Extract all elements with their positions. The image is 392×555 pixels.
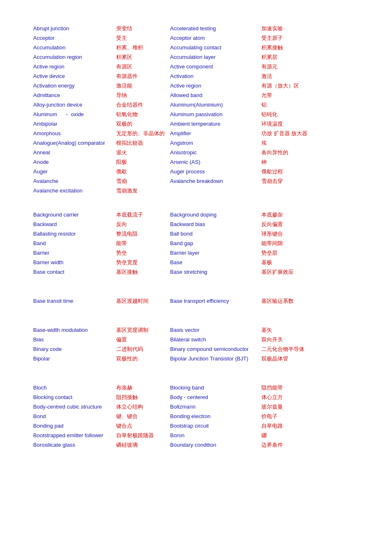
chinese-term-1: 势垒: [116, 249, 170, 257]
chinese-term-1: 基区接触: [116, 268, 170, 276]
chinese-term-2: 球形键合: [261, 230, 328, 238]
chinese-term-1: 突变结: [116, 25, 170, 32]
chinese-term-2: 环境温度: [261, 120, 328, 128]
chinese-term-1: 双极性的: [116, 355, 170, 363]
english-term-1: Acceptor: [33, 35, 116, 41]
english-term-2: Boltzmann: [170, 404, 261, 410]
chinese-term-1: 合金结器件: [116, 101, 170, 109]
chinese-term-1: 反向: [116, 221, 170, 228]
chinese-term-1: 整流电阻: [116, 230, 170, 238]
table-row: Analogue(Analog) comparator模拟比较器Angstrom…: [33, 139, 359, 148]
english-term-1: Backward: [33, 221, 116, 227]
chinese-term-2: 本底掺杂: [261, 211, 328, 219]
english-term-2: Band gap: [170, 240, 261, 246]
chinese-term-2: 各向异性的: [261, 149, 328, 156]
chinese-term-1: 基区渡越时间: [116, 297, 170, 305]
table-row: Body-centred cubic structure体立心结构Boltzma…: [33, 403, 359, 412]
chinese-term-2: 反向偏置: [261, 221, 328, 228]
english-term-1: Accumulation: [33, 44, 116, 51]
chinese-term-2: 硼: [261, 432, 328, 439]
chinese-term-2: 玻尔兹曼: [261, 403, 328, 411]
chinese-term-2: 体心立方: [261, 394, 328, 401]
english-term-1: Base-width modulation: [33, 327, 116, 333]
section-B4: Bloch布洛赫Blocking band阻挡能带Blocking contac…: [33, 384, 359, 450]
chinese-term-1: 无定形的、非晶体的: [116, 130, 170, 137]
english-term-2: Active component: [170, 63, 261, 70]
english-term-2: Base stretching: [170, 269, 261, 275]
table-row: Active region有源区Active component有源元: [33, 63, 359, 72]
english-term-1: Body-centred cubic structure: [33, 404, 116, 410]
english-term-2: Body - centered: [170, 394, 261, 400]
english-term-1: Admittance: [33, 92, 116, 98]
english-term-1: Borosilicate glass: [33, 442, 116, 448]
chinese-term-2: 边界条件: [261, 441, 328, 449]
chinese-term-1: 键、键合: [116, 413, 170, 420]
chinese-term-2: 价电子: [261, 413, 328, 420]
chinese-term-2: 有源元: [261, 63, 328, 71]
english-term-1: Base contact: [33, 269, 116, 275]
english-term-1: Alloy-junction device: [33, 102, 116, 108]
english-term-1: Bloch: [33, 385, 116, 391]
chinese-term-2: 基区扩展效应: [261, 268, 328, 276]
section-B3: Base-width modulation基区宽度调制Basis vector基…: [33, 326, 359, 364]
table-row: Accumulation积累、堆积Accumulating contact积累接…: [33, 44, 359, 53]
english-term-1: Background carrier: [33, 212, 116, 218]
section-B1: Background carrier本底载流子Background doping…: [33, 211, 359, 278]
english-term-1: Activation energy: [33, 83, 116, 89]
chinese-term-2: 能带间隙: [261, 240, 328, 247]
table-row: Activation energy激活能Active region有源（放大）区: [33, 82, 359, 91]
english-term-2: Backward bias: [170, 221, 261, 227]
chinese-term-2: 雪崩击穿: [261, 178, 328, 185]
chinese-term-1: 积累区: [116, 54, 170, 61]
chinese-term-1: 势垒宽度: [116, 259, 170, 266]
table-row: Anneal退火Anisotropic各向异性的: [33, 149, 359, 158]
table-row: Acceptor受主Acceptor atom受主原子: [33, 34, 359, 44]
chinese-term-2: 基极: [261, 259, 328, 266]
rows-group-B2: Base transit time基区渡越时间Base transport ef…: [33, 297, 359, 307]
chinese-term-1: 雪崩: [116, 178, 170, 185]
chinese-term-1: 本底载流子: [116, 211, 170, 219]
english-term-1: Aluminum － oxide: [33, 111, 116, 118]
english-term-2: Activation: [170, 73, 261, 79]
english-term-2: Accelerated testing: [170, 25, 261, 32]
english-term-1: Bond: [33, 413, 116, 419]
english-term-1: Barrier: [33, 250, 116, 256]
rows-group-B1: Background carrier本底载流子Background doping…: [33, 211, 359, 278]
english-term-2: Boundary condition: [170, 442, 261, 448]
chinese-term-2: 阻挡能带: [261, 384, 328, 392]
table-row: Backward反向Backward bias反向偏置: [33, 221, 359, 230]
table-row: Avalanche excitation雪崩激发: [33, 187, 359, 196]
table-row: Bloch布洛赫Blocking band阻挡能带: [33, 384, 359, 393]
table-row: Anode阳极Arsenic (AS)砷: [33, 158, 359, 168]
english-term-2: Aluminum(Aluminium): [170, 102, 261, 108]
english-term-2: Active region: [170, 83, 261, 89]
chinese-term-2: 积累层: [261, 54, 328, 61]
english-term-1: Blocking contact: [33, 394, 116, 400]
chinese-term-2: 有源（放大）区: [261, 82, 328, 90]
chinese-term-1: 能带: [116, 240, 170, 247]
chinese-term-1: 磷硅玻璃: [116, 441, 170, 449]
english-term-2: Allowed band: [170, 92, 261, 98]
chinese-term-1: 阻挡接触: [116, 394, 170, 401]
table-row: Admittance导纳Allowed band允带: [33, 92, 359, 101]
english-term-2: Bonding electron: [170, 413, 261, 419]
table-row: Bipolar双极性的Bipolar Junction Transistor (…: [33, 355, 359, 364]
chinese-term-1: 模拟比较器: [116, 139, 170, 147]
table-row: Base contact基区接触Base stretching基区扩展效应: [33, 268, 359, 278]
chinese-term-2: 俄歇过程: [261, 168, 328, 175]
english-term-1: Active device: [33, 73, 116, 79]
table-row: Abrupt junction突变结Accelerated testing加速实…: [33, 25, 359, 34]
english-term-2: Base: [170, 259, 261, 265]
english-term-2: Bootstrap circuit: [170, 423, 261, 429]
chinese-term-1: 双极的: [116, 120, 170, 128]
english-term-2: Arsenic (AS): [170, 159, 261, 165]
english-term-2: Basis vector: [170, 327, 261, 333]
chinese-term-2: 势垒层: [261, 249, 328, 257]
chinese-term-1: 键合点: [116, 422, 170, 430]
chinese-term-2: 自举电路: [261, 422, 328, 430]
table-row: Ambipolar双极的Ambient temperature环境温度: [33, 120, 359, 129]
table-row: Bonding pad键合点Bootstrap circuit自举电路: [33, 422, 359, 431]
table-row: Active device有源器件Activation激活: [33, 73, 359, 82]
chinese-term-1: 自举射极跟随器: [116, 432, 170, 439]
table-row: Aluminum － oxide铝氧化物Aluminum passivation…: [33, 111, 359, 120]
